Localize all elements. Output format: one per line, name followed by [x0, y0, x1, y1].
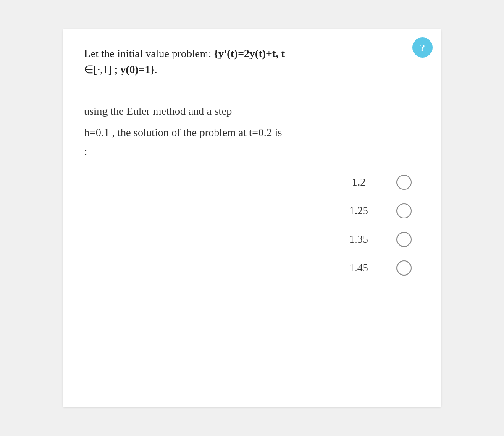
divider [80, 90, 424, 90]
help-button[interactable]: ? [412, 37, 433, 58]
option-label-1: 1.25 [346, 205, 371, 217]
option-row: 1.25 [109, 203, 420, 218]
body-line2: h=0.1 , the solution of the problem at t… [84, 124, 420, 141]
question-card: ? Let the initial value problem: {y'(t)=… [63, 29, 441, 407]
option-label-0: 1.2 [346, 176, 371, 189]
options-container: 1.21.251.351.45 [84, 175, 420, 276]
initial-condition: y(0)=1} [121, 63, 155, 76]
radio-button-3[interactable] [396, 260, 412, 276]
colon-mark: : [84, 145, 420, 158]
option-row: 1.35 [109, 232, 420, 247]
math-expression: {y'(t)=2y(t)+t, t [214, 47, 285, 60]
option-label-3: 1.45 [346, 262, 371, 274]
option-label-2: 1.35 [346, 233, 371, 246]
body-line1: using the Euler method and a step [84, 103, 420, 120]
question-line1: Let the initial value problem: {y'(t)=2y… [84, 47, 285, 60]
option-row: 1.45 [109, 260, 420, 276]
option-row: 1.2 [109, 175, 420, 190]
question-text: Let the initial value problem: {y'(t)=2y… [84, 46, 420, 77]
radio-button-0[interactable] [396, 175, 412, 190]
radio-button-2[interactable] [396, 232, 412, 247]
question-line2: ∈[·,1] ; y(0)=1}. [84, 63, 157, 76]
radio-button-1[interactable] [396, 203, 412, 218]
